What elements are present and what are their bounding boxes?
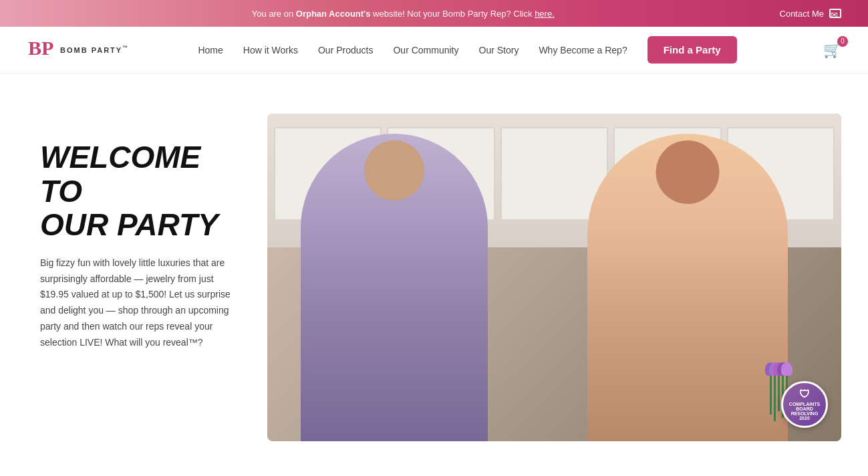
hero-image: 🛡 COMPLAINTS BOARD RESOLVING 2020	[267, 114, 841, 441]
banner-suffix: website! Not your Bomb Party Rep? Click	[370, 9, 532, 19]
cart-badge: 0	[837, 36, 848, 47]
logo[interactable]: BP BOMB PARTY™	[27, 33, 147, 66]
logo-icon: BP	[27, 33, 53, 66]
cart-icon[interactable]: 🛒 0	[823, 41, 841, 59]
banner-contact: Contact Me ✉	[780, 9, 841, 19]
welcome-title: WELCOME TO OUR PARTY	[40, 140, 241, 242]
top-banner: You are on Orphan Account's website! Not…	[0, 0, 868, 27]
left-panel: WELCOME TO OUR PARTY Big fizzy fun with …	[40, 114, 241, 351]
tulip-2	[774, 374, 776, 421]
nav-our-story[interactable]: Our Story	[479, 45, 519, 55]
woman-left	[301, 134, 488, 441]
site-header: BP BOMB PARTY™ Home How it Works Our Pro…	[0, 27, 868, 74]
tulip-3	[778, 374, 780, 411]
here-link[interactable]: here.	[535, 9, 555, 19]
banner-message: You are on Orphan Account's website! Not…	[27, 9, 780, 19]
complaints-line3: RESOLVING	[791, 411, 819, 416]
banner-prefix: You are on	[252, 9, 296, 19]
nav-how-it-works[interactable]: How it Works	[243, 45, 298, 55]
find-party-button[interactable]: Find a Party	[647, 36, 737, 64]
svg-text:BP: BP	[28, 37, 53, 59]
logo-text: BOMB PARTY™	[60, 45, 129, 55]
complaints-line2: BOARD	[796, 406, 813, 411]
hero-image-panel: 🛡 COMPLAINTS BOARD RESOLVING 2020	[267, 114, 841, 441]
nav-our-products[interactable]: Our Products	[318, 45, 373, 55]
header-actions: 🛒 0	[788, 41, 841, 59]
email-icon[interactable]: ✉	[829, 9, 841, 18]
woman-right-head	[656, 140, 720, 204]
complaints-board-badge: 🛡 COMPLAINTS BOARD RESOLVING 2020	[781, 381, 828, 428]
woman-right	[587, 134, 788, 441]
woman-left-head	[364, 140, 424, 201]
contact-me-label[interactable]: Contact Me	[780, 9, 824, 19]
welcome-description: Big fizzy fun with lovely little luxurie…	[40, 255, 241, 351]
complaints-line4: 2020	[799, 416, 810, 421]
tulip-1	[770, 374, 772, 414]
main-content: WELCOME TO OUR PARTY Big fizzy fun with …	[0, 74, 868, 468]
nav-why-become-rep[interactable]: Why Become a Rep?	[539, 45, 627, 55]
complaints-line1: COMPLAINTS	[789, 402, 820, 406]
main-nav: Home How it Works Our Products Our Commu…	[147, 36, 788, 64]
nav-home[interactable]: Home	[198, 45, 223, 55]
banner-orphan: Orphan Account's	[296, 9, 371, 19]
complaints-shield-icon: 🛡	[799, 388, 810, 400]
nav-our-community[interactable]: Our Community	[393, 45, 458, 55]
